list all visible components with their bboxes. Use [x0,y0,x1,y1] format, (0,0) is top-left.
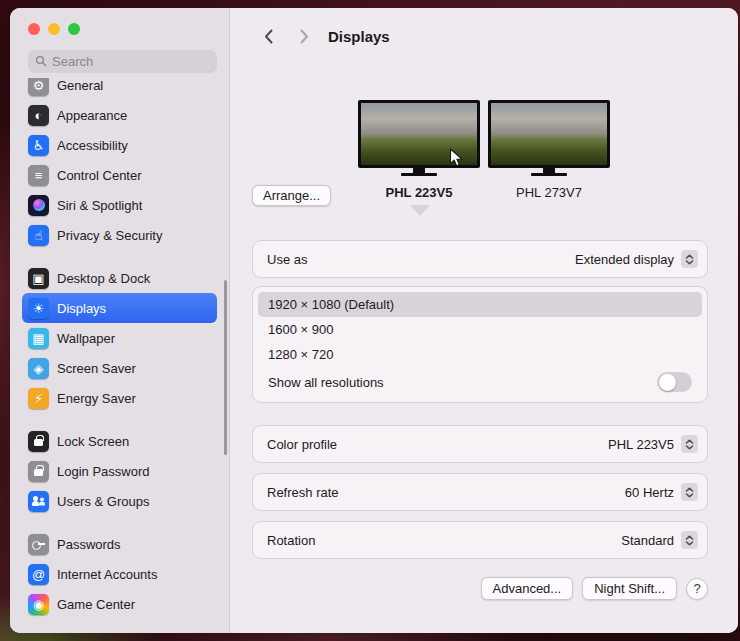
desktop-dock-icon: ▣ [28,268,49,289]
show-all-resolutions-toggle[interactable] [657,372,692,392]
sidebar-item-siri-spotlight[interactable]: Siri & Spotlight [22,190,217,220]
zoom-button[interactable] [68,23,80,35]
refresh-rate-label: Refresh rate [267,485,339,500]
display-name: PHL 223V5 [386,185,453,200]
sidebar-item-control-center[interactable]: ≡ Control Center [22,160,217,190]
forward-button[interactable] [292,24,316,48]
sidebar-item-label: Energy Saver [57,391,136,406]
sidebar-item-users-groups[interactable]: Users & Groups [22,486,217,516]
sidebar-item-internet-accounts[interactable]: @ Internet Accounts [22,559,217,589]
sidebar-group-4: Passwords @ Internet Accounts ◉ Game Cen… [22,529,217,619]
appearance-icon: ◐ [28,105,49,126]
stepper-icon [681,435,698,453]
display-settings: Use as Extended display 1920 × 1080 (Def… [230,222,738,600]
sidebar-item-login-password[interactable]: Login Password [22,456,217,486]
siri-spotlight-icon [28,195,49,216]
sidebar-item-privacy-security[interactable]: ☝ Privacy & Security [22,220,217,250]
control-center-icon: ≡ [28,165,49,186]
display-thumbnail-2[interactable]: PHL 273V7 [487,100,611,200]
siri-orb [33,199,45,211]
refresh-rate-select[interactable]: 60 Hertz [625,483,698,501]
use-as-value: Extended display [575,252,674,267]
sidebar-group-1: ⚙ General ◐ Appearance ♿ Accessibility ≡… [22,78,217,250]
sidebar-item-desktop-dock[interactable]: ▣ Desktop & Dock [22,263,217,293]
sidebar-group-2: ▣ Desktop & Dock ☀ Displays ▦ Wallpaper … [22,263,217,413]
sidebar-item-label: Appearance [57,108,127,123]
rotation-value: Standard [621,533,674,548]
game-center-icon: ◉ [28,594,49,615]
lock-glyph [34,439,43,446]
monitor-base [531,173,567,176]
accessibility-icon: ♿ [28,135,49,156]
use-as-select[interactable]: Extended display [575,250,698,268]
mouse-cursor [449,148,465,172]
resolution-option-1[interactable]: 1920 × 1080 (Default) [258,292,702,317]
help-button[interactable]: ? [686,578,708,600]
sidebar-item-label: Accessibility [57,138,128,153]
sidebar-item-energy-saver[interactable]: ⚡ Energy Saver [22,383,217,413]
chevron-right-icon [300,29,309,44]
color-profile-value: PHL 223V5 [608,437,674,452]
sidebar-item-label: Users & Groups [57,494,149,509]
lock-screen-icon [28,431,49,452]
sidebar-item-label: Wallpaper [57,331,115,346]
night-shift-button[interactable]: Night Shift... [582,577,677,600]
sidebar-item-general[interactable]: ⚙ General [22,78,217,100]
rotation-row: Rotation Standard [252,521,708,559]
chevron-left-icon [264,29,273,44]
rotation-select[interactable]: Standard [621,531,698,549]
close-button[interactable] [28,23,40,35]
screen-saver-icon: ◈ [28,358,49,379]
show-all-resolutions-row: Show all resolutions [258,367,702,397]
sidebar-item-passwords[interactable]: Passwords [22,529,217,559]
wallpaper-icon: ▦ [28,328,49,349]
sidebar-item-displays[interactable]: ☀ Displays [22,293,217,323]
sidebar-item-label: Lock Screen [57,434,129,449]
key-glyph [32,538,46,551]
display-name: PHL 273V7 [516,185,582,200]
sidebar-item-label: Internet Accounts [57,567,157,582]
search-field[interactable] [28,50,217,73]
window-controls [10,8,229,35]
sidebar-item-lock-screen[interactable]: Lock Screen [22,426,217,456]
minimize-button[interactable] [48,23,60,35]
displays-icon: ☀ [28,298,49,319]
resolution-option-2[interactable]: 1600 × 900 [258,317,702,342]
sidebar-item-screen-saver[interactable]: ◈ Screen Saver [22,353,217,383]
show-all-resolutions-label: Show all resolutions [268,375,384,390]
settings-window: ⚙ General ◐ Appearance ♿ Accessibility ≡… [10,8,738,633]
search-icon [35,53,47,71]
login-password-icon [28,461,49,482]
sidebar-item-game-center[interactable]: ◉ Game Center [22,589,217,619]
color-profile-select[interactable]: PHL 223V5 [608,435,698,453]
back-button[interactable] [256,24,280,48]
sidebar-item-label: General [57,78,103,93]
sidebar-item-label: Screen Saver [57,361,136,376]
arrange-button[interactable]: Arrange... [252,185,331,206]
sidebar-item-accessibility[interactable]: ♿ Accessibility [22,130,217,160]
sidebar-item-label: Game Center [57,597,135,612]
use-as-row: Use as Extended display [252,240,708,278]
refresh-rate-value: 60 Hertz [625,485,674,500]
resolution-option-3[interactable]: 1280 × 720 [258,342,702,367]
search-input[interactable] [52,54,210,69]
sidebar-item-label: Desktop & Dock [57,271,150,286]
sidebar-item-label: Passwords [57,537,121,552]
users-groups-icon [28,491,49,512]
advanced-button[interactable]: Advanced... [481,577,574,600]
sidebar-item-appearance[interactable]: ◐ Appearance [22,100,217,130]
lock-glyph [34,469,43,476]
rotation-label: Rotation [267,533,315,548]
pane-header: Displays [230,8,738,64]
sidebar-item-label: Login Password [57,464,150,479]
selection-pointer [410,205,430,216]
sidebar-item-wallpaper[interactable]: ▦ Wallpaper [22,323,217,353]
users-glyph [32,496,46,507]
internet-accounts-icon: @ [28,564,49,585]
monitor-base [401,173,437,176]
page-title: Displays [328,28,390,45]
sidebar-item-label: Control Center [57,168,142,183]
sidebar-item-label: Siri & Spotlight [57,198,142,213]
gear-icon: ⚙ [28,78,49,96]
sidebar-scrollbar[interactable] [224,280,227,455]
